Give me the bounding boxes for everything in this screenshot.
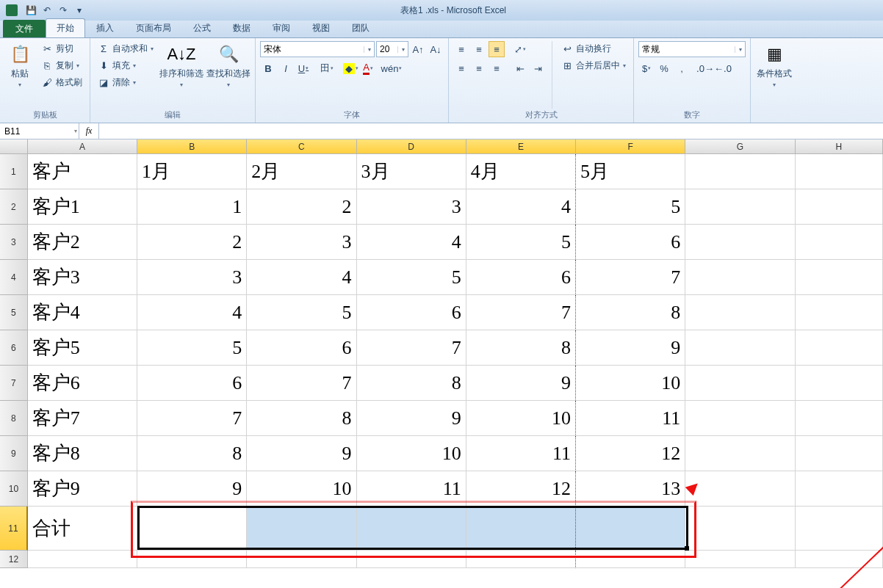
row-header[interactable]: 1 bbox=[0, 154, 28, 189]
currency-button[interactable]: $ bbox=[638, 60, 655, 76]
column-header[interactable]: C bbox=[247, 139, 356, 154]
cell[interactable]: 8 bbox=[357, 366, 466, 401]
cell[interactable] bbox=[685, 471, 795, 507]
wrap-text-button[interactable]: ↩自动换行 bbox=[558, 41, 629, 57]
cell[interactable]: 客户9 bbox=[28, 471, 137, 507]
cell[interactable]: 1 bbox=[137, 189, 247, 225]
cell[interactable] bbox=[576, 507, 685, 551]
cell[interactable]: 6 bbox=[137, 366, 247, 401]
cell[interactable]: 4 bbox=[357, 225, 466, 260]
cell[interactable]: 10 bbox=[247, 471, 356, 507]
cell[interactable]: 7 bbox=[466, 295, 576, 330]
cell[interactable]: 8 bbox=[466, 330, 576, 366]
font-name-input[interactable] bbox=[261, 44, 364, 54]
cell[interactable]: 10 bbox=[576, 366, 685, 401]
cell[interactable] bbox=[685, 507, 795, 551]
redo-icon[interactable]: ↷ bbox=[57, 4, 69, 16]
cell[interactable]: 10 bbox=[466, 401, 576, 436]
cell[interactable] bbox=[685, 366, 795, 401]
cell[interactable] bbox=[796, 154, 883, 189]
cell[interactable]: 6 bbox=[357, 295, 466, 330]
orientation-button[interactable]: ⤢ bbox=[512, 41, 528, 57]
font-color-button[interactable]: A bbox=[360, 60, 376, 76]
cell[interactable]: 2 bbox=[247, 189, 356, 225]
cell[interactable]: 4月 bbox=[466, 154, 576, 189]
font-size-input[interactable] bbox=[377, 44, 397, 54]
cell[interactable]: 客户4 bbox=[28, 295, 137, 330]
cell[interactable]: 客户3 bbox=[28, 260, 137, 295]
find-select-button[interactable]: 🔍 查找和选择 ▾ bbox=[206, 41, 251, 109]
number-format-input[interactable] bbox=[639, 44, 735, 54]
row-header[interactable]: 2 bbox=[0, 189, 28, 225]
cell[interactable] bbox=[137, 507, 247, 551]
border-button[interactable]: 田 bbox=[319, 60, 335, 76]
cell[interactable]: 客户1 bbox=[28, 189, 137, 225]
cell[interactable]: 11 bbox=[357, 471, 466, 507]
font-size-combo[interactable]: ▾ bbox=[376, 41, 408, 57]
cell[interactable]: 3 bbox=[137, 260, 247, 295]
column-header[interactable]: A bbox=[28, 139, 137, 154]
cell[interactable]: 6 bbox=[576, 225, 685, 260]
increase-indent-button[interactable]: ⇥ bbox=[530, 60, 546, 76]
name-box[interactable]: B11 ▾ bbox=[0, 123, 79, 139]
qat-more-icon[interactable]: ▾ bbox=[73, 4, 85, 16]
sort-filter-button[interactable]: A↓Z 排序和筛选 ▾ bbox=[159, 41, 203, 109]
tab-team[interactable]: 团队 bbox=[341, 18, 381, 37]
cell[interactable]: 2月 bbox=[247, 154, 356, 189]
cell[interactable] bbox=[796, 436, 883, 471]
column-header[interactable]: G bbox=[685, 139, 795, 154]
tab-formulas[interactable]: 公式 bbox=[182, 18, 222, 37]
merge-center-button[interactable]: ⊞合并后居中▾ bbox=[558, 58, 629, 73]
comma-button[interactable]: , bbox=[674, 60, 690, 76]
cell[interactable]: 7 bbox=[247, 366, 356, 401]
cell[interactable] bbox=[796, 225, 883, 260]
cell[interactable]: 客户8 bbox=[28, 436, 137, 471]
cell[interactable]: 7 bbox=[137, 401, 247, 436]
cell[interactable]: 5 bbox=[137, 330, 247, 366]
cell[interactable]: 12 bbox=[576, 436, 685, 471]
cell[interactable] bbox=[357, 551, 466, 568]
cell[interactable]: 3月 bbox=[357, 154, 466, 189]
cell[interactable]: 9 bbox=[466, 366, 576, 401]
cell[interactable] bbox=[685, 401, 795, 436]
cell[interactable] bbox=[796, 330, 883, 366]
cell[interactable]: 5 bbox=[357, 260, 466, 295]
row-header[interactable]: 3 bbox=[0, 225, 28, 260]
cell[interactable]: 9 bbox=[576, 330, 685, 366]
row-header[interactable]: 4 bbox=[0, 260, 28, 295]
save-icon[interactable]: 💾 bbox=[25, 4, 37, 16]
cell[interactable] bbox=[796, 366, 883, 401]
cell[interactable] bbox=[576, 551, 685, 568]
decrease-font-button[interactable]: A↓ bbox=[428, 41, 444, 57]
cell[interactable]: 客户2 bbox=[28, 225, 137, 260]
align-middle-button[interactable]: ≡ bbox=[471, 41, 487, 57]
cell[interactable]: 4 bbox=[247, 260, 356, 295]
font-name-combo[interactable]: ▾ bbox=[260, 41, 375, 57]
column-header[interactable]: E bbox=[466, 139, 576, 154]
chevron-down-icon[interactable]: ▾ bbox=[735, 46, 745, 53]
copy-button[interactable]: ⎘复制▾ bbox=[38, 58, 85, 73]
clear-button[interactable]: ◪清除▾ bbox=[95, 75, 156, 90]
cell[interactable] bbox=[685, 551, 795, 568]
cell[interactable]: 10 bbox=[357, 436, 466, 471]
cell[interactable]: 5 bbox=[466, 225, 576, 260]
cell[interactable] bbox=[796, 189, 883, 225]
cell[interactable] bbox=[685, 436, 795, 471]
cell[interactable] bbox=[247, 551, 356, 568]
cell[interactable]: 13 bbox=[576, 471, 685, 507]
cell[interactable]: 2 bbox=[137, 225, 247, 260]
cell[interactable]: 5 bbox=[576, 189, 685, 225]
cell[interactable] bbox=[466, 551, 576, 568]
row-header[interactable]: 5 bbox=[0, 295, 28, 330]
chevron-down-icon[interactable]: ▾ bbox=[397, 46, 408, 53]
fill-button[interactable]: ⬇填充▾ bbox=[95, 58, 156, 73]
format-painter-button[interactable]: 🖌格式刷 bbox=[38, 75, 85, 90]
italic-button[interactable]: I bbox=[278, 60, 294, 76]
cell[interactable]: 3 bbox=[357, 189, 466, 225]
cell[interactable]: 客户7 bbox=[28, 401, 137, 436]
fill-color-button[interactable]: ◆ bbox=[342, 60, 358, 76]
cell[interactable]: 8 bbox=[137, 436, 247, 471]
column-header[interactable]: H bbox=[796, 139, 883, 154]
cell[interactable] bbox=[247, 507, 356, 551]
cell[interactable] bbox=[28, 551, 137, 568]
